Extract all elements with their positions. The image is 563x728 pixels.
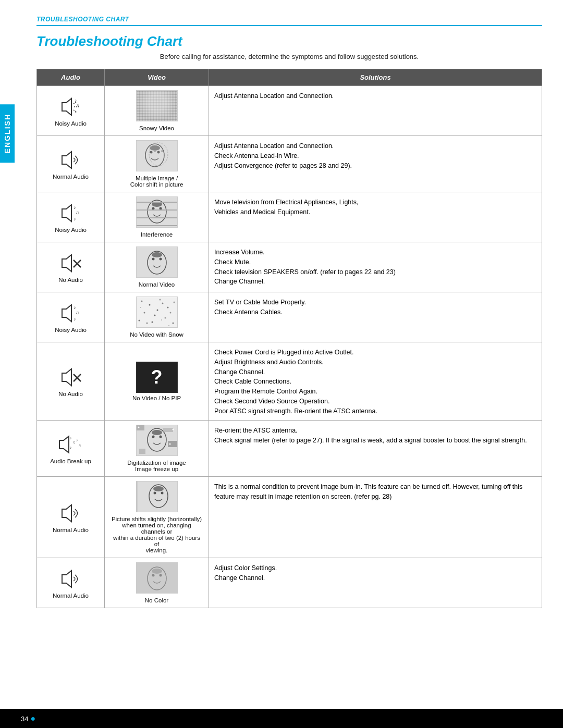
svg-point-57	[140, 307, 141, 308]
svg-text:♪: ♪	[70, 446, 72, 449]
audio-cell: ♪ ♫ ♪ Noisy Audio	[37, 192, 105, 242]
video-label-2: Multiple Image /Color shift in picture	[110, 175, 203, 188]
english-tab: ENGLISH	[0, 104, 15, 163]
svg-marker-60	[62, 369, 71, 386]
svg-marker-7	[62, 152, 71, 168]
video-cell: No Color	[105, 558, 209, 608]
svg-point-48	[164, 317, 166, 319]
solution-cell-1: Adjust Antenna Location and Connection.	[209, 86, 542, 136]
video-cell: Digitalization of imageImage freeze up	[105, 421, 209, 477]
svg-marker-29	[62, 255, 71, 272]
svg-marker-37	[62, 305, 71, 322]
svg-point-34	[152, 258, 154, 261]
page-number: 34	[21, 715, 28, 723]
svg-point-42	[141, 301, 142, 302]
no-audio-icon-1	[42, 252, 99, 275]
audio-cell: Normal Audio	[37, 136, 105, 192]
svg-text:♫: ♫	[76, 103, 79, 108]
video-label-7: Digitalization of imageImage freeze up	[110, 460, 203, 472]
table-row: ♪ ♫ ♪ Noisy Audio	[37, 292, 542, 342]
svg-point-86	[153, 486, 164, 491]
svg-text:♪: ♪	[75, 109, 77, 114]
svg-point-14	[154, 150, 156, 152]
video-label-1: Snowy Video	[110, 125, 203, 131]
svg-point-91	[152, 574, 154, 577]
normal-video-img	[136, 246, 178, 278]
table-row: No Audio ? No Video / No PIP Check Power…	[37, 342, 542, 421]
audio-label-1: Noisy Audio	[42, 120, 99, 127]
svg-text:♪: ♪	[74, 316, 76, 322]
solution-cell-3: Move television from Electrical Applianc…	[209, 192, 542, 242]
no-video-pip-img: ?	[136, 362, 178, 393]
svg-point-11	[157, 151, 160, 154]
solution-cell-5: Set TV or Cable Mode Properly. Check Ant…	[209, 292, 542, 342]
svg-point-80	[172, 429, 174, 430]
video-cell: No Video with Snow	[105, 292, 209, 342]
svg-point-56	[173, 302, 175, 303]
table-row: Normal Audio	[37, 477, 542, 558]
svg-point-59	[168, 325, 169, 326]
troubleshooting-table: Audio Video Solutions ♪	[36, 69, 542, 608]
svg-point-93	[152, 569, 162, 574]
svg-point-53	[138, 320, 140, 322]
svg-rect-76	[139, 449, 145, 454]
header-audio: Audio	[37, 69, 105, 86]
video-label-5: No Video with Snow	[110, 331, 203, 338]
svg-point-45	[167, 307, 168, 309]
audio-cell: ♪ ♫ ♪ Noisy Audio	[37, 86, 105, 136]
video-label-4: Normal Video	[110, 281, 203, 288]
solution-cell-8: This is a normal condition to prevent im…	[209, 477, 542, 558]
svg-rect-41	[137, 297, 177, 327]
svg-text:♪: ♪	[70, 436, 72, 440]
svg-text:♪: ♪	[74, 305, 76, 310]
table-row: Normal Audio No Color	[37, 558, 542, 608]
svg-marker-0	[62, 98, 71, 115]
svg-point-58	[161, 319, 162, 320]
svg-point-72	[159, 436, 162, 438]
audio-label-2: Normal Audio	[42, 174, 99, 180]
svg-text:♫: ♫	[78, 443, 81, 447]
video-label-8: Picture shifts slightly (horizontally)wh…	[110, 516, 203, 553]
solution-cell-7: Re-orient the ATSC antenna. Check signal…	[209, 421, 542, 477]
page-subtitle: Before calling for assistance, determine…	[36, 53, 542, 60]
svg-point-10	[150, 151, 152, 154]
svg-text:♪: ♪	[74, 216, 76, 221]
svg-rect-77	[163, 428, 173, 432]
svg-text:♫: ♫	[72, 440, 75, 444]
svg-point-71	[152, 436, 154, 438]
audio-cell: ♪ ♫ ♪ ♪ ♫ Audio Break up	[37, 421, 105, 477]
video-label-6: No Video / No PIP	[110, 395, 203, 401]
table-row: ♪ ♫ ♪ Noisy Audio Snowy Video Adjust Ant…	[37, 86, 542, 136]
normal-audio-icon-3	[42, 567, 99, 590]
audio-cell: Normal Audio	[37, 558, 105, 608]
table-row: ♪ ♫ ♪ Noisy Audio	[37, 192, 542, 242]
svg-marker-63	[59, 436, 69, 453]
main-content: Troubleshooting Chart Troubleshooting Ch…	[16, 0, 563, 639]
solution-cell-4: Increase Volume. Check Mute. Check telev…	[209, 242, 542, 292]
svg-point-49	[172, 323, 174, 324]
snowy-video-img	[136, 90, 178, 121]
svg-text:♪: ♪	[74, 205, 76, 210]
solution-cell-2: Adjust Antenna Location and Connection. …	[209, 136, 542, 192]
audio-cell: No Audio	[37, 242, 105, 292]
svg-point-51	[156, 310, 158, 311]
svg-point-55	[151, 322, 153, 323]
header-solutions: Solutions	[209, 69, 542, 86]
svg-text:♫: ♫	[76, 310, 79, 315]
solution-cell-6: Check Power Cord is Plugged into Active …	[209, 342, 542, 421]
svg-point-46	[143, 312, 145, 314]
noisy-audio-icon: ♪ ♫ ♪	[42, 95, 99, 118]
multiple-image-img	[136, 140, 178, 171]
svg-point-15	[161, 150, 163, 152]
svg-marker-16	[62, 205, 71, 221]
no-color-img	[136, 562, 178, 594]
picture-shift-img	[136, 481, 178, 512]
audio-label-8: Normal Audio	[42, 527, 99, 533]
svg-point-47	[154, 315, 155, 316]
interference-img	[136, 196, 178, 228]
digitalization-img	[136, 425, 178, 456]
svg-marker-88	[62, 571, 71, 587]
svg-point-50	[146, 323, 148, 324]
video-cell: Picture shifts slightly (horizontally)wh…	[105, 477, 209, 558]
solution-cell-9: Adjust Color Settings. Change Channel.	[209, 558, 542, 608]
